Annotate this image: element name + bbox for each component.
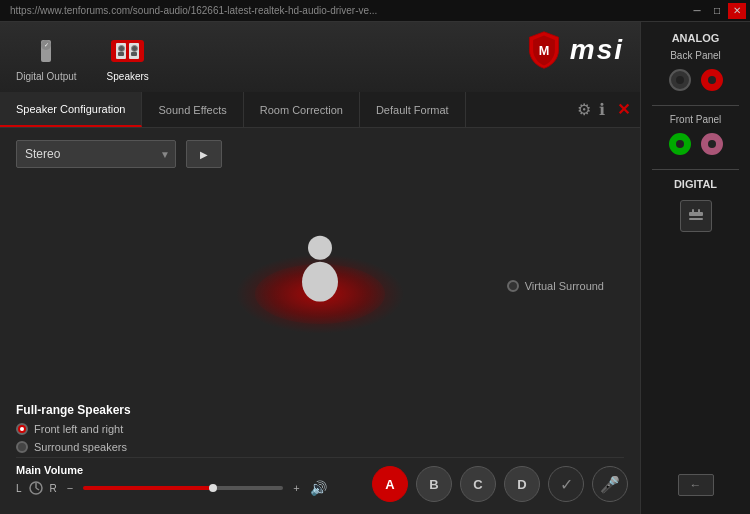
right-panel: ANALOG Back Panel Front Panel DIGITAL: [640, 22, 750, 514]
tab-speaker-configuration[interactable]: Speaker Configuration: [0, 92, 142, 127]
volume-slider-thumb[interactable]: [209, 484, 217, 492]
action-btn-c[interactable]: C: [460, 466, 496, 502]
front-panel-label: Front Panel: [670, 114, 722, 125]
divider-2: [652, 169, 739, 170]
speaker-diagram: Virtual Surround: [16, 176, 624, 395]
check-icon: ✓: [560, 475, 573, 494]
speakers-label: Speakers: [107, 71, 149, 82]
action-btn-a[interactable]: A: [372, 466, 408, 502]
svg-rect-7: [689, 218, 703, 220]
maximize-button[interactable]: □: [708, 3, 726, 19]
front-jack-1-inner: [676, 140, 684, 148]
virtual-surround-label: Virtual Surround: [525, 280, 604, 292]
front-left-right-label: Front left and right: [34, 423, 123, 435]
tab-settings-icons: ⚙ ℹ ✕: [567, 92, 640, 127]
info-icon[interactable]: ℹ: [599, 100, 605, 119]
svg-point-1: [308, 235, 332, 259]
action-btn-b[interactable]: B: [416, 466, 452, 502]
svg-point-2: [302, 261, 338, 301]
left-panel: ✓ Digital Output: [0, 22, 640, 514]
mic-icon: 🎤: [600, 475, 620, 494]
svg-rect-9: [698, 209, 700, 215]
virtual-surround-option[interactable]: Virtual Surround: [507, 280, 604, 292]
speakers-icon-container: [110, 33, 146, 69]
front-jack-2-inner: [708, 140, 716, 148]
digital-title: DIGITAL: [674, 178, 717, 190]
back-jack-1[interactable]: [669, 69, 691, 91]
digital-io-button[interactable]: [680, 200, 712, 232]
back-arrow-button[interactable]: ←: [678, 474, 714, 496]
digital-output-icon-container: ✓: [28, 33, 64, 69]
front-jack-1[interactable]: [669, 133, 691, 155]
check-button[interactable]: ✓: [548, 466, 584, 502]
volume-minus-label: −: [67, 482, 73, 494]
tab-sound-effects[interactable]: Sound Effects: [142, 92, 243, 127]
tab-room-correction[interactable]: Room Correction: [244, 92, 360, 127]
front-jack-2[interactable]: [701, 133, 723, 155]
bottom-controls: Full-range Speakers Front left and right…: [16, 395, 624, 457]
device-section: ✓ Digital Output: [0, 22, 640, 92]
msi-shield-icon: M: [524, 30, 564, 70]
content-area: Stereo Quadraphonic 5.1 Surround 7.1 Sur…: [0, 128, 640, 514]
full-range-title: Full-range Speakers: [16, 403, 131, 417]
back-jack-2[interactable]: [701, 69, 723, 91]
speaker-volume-icon: 🔊: [310, 480, 327, 496]
action-btn-d[interactable]: D: [504, 466, 540, 502]
minimize-button[interactable]: ─: [688, 3, 706, 19]
tab-default-format[interactable]: Default Format: [360, 92, 466, 127]
back-panel-jacks: [669, 69, 723, 91]
speaker-config-dropdown[interactable]: Stereo Quadraphonic 5.1 Surround 7.1 Sur…: [16, 140, 176, 168]
divider-1: [652, 105, 739, 106]
svg-rect-6: [689, 212, 703, 216]
person-svg: [295, 231, 345, 301]
arrow-left-icon: ←: [690, 478, 702, 492]
person-icon: [295, 231, 345, 305]
device-speakers[interactable]: Speakers: [107, 33, 149, 82]
svg-text:M: M: [538, 43, 549, 58]
speakers-section: Full-range Speakers Front left and right…: [16, 403, 131, 453]
play-button[interactable]: ▶: [186, 140, 222, 168]
back-jack-2-inner: [708, 76, 716, 84]
diagram-center: [220, 206, 420, 366]
virtual-surround-radio[interactable]: [507, 280, 519, 292]
msi-text: msi: [570, 34, 624, 66]
msi-logo: M msi: [524, 30, 624, 70]
front-panel-jacks: [669, 133, 723, 155]
l-label: L: [16, 483, 22, 494]
close-icon[interactable]: ✕: [617, 100, 630, 119]
gear-icon[interactable]: ⚙: [577, 100, 591, 119]
analog-title: ANALOG: [672, 32, 720, 44]
digital-section: DIGITAL: [674, 178, 717, 232]
check-badge: ✓: [41, 40, 51, 50]
volume-lr-icon: [28, 480, 44, 496]
back-panel-label: Back Panel: [670, 50, 721, 61]
back-jack-1-inner: [676, 76, 684, 84]
app-container: ✓ Digital Output: [0, 22, 750, 514]
svg-line-5: [36, 488, 39, 490]
surround-speakers-option[interactable]: Surround speakers: [16, 441, 131, 453]
action-buttons: A B C D ✓ 🎤: [372, 466, 628, 502]
tabs-bar: Speaker Configuration Sound Effects Room…: [0, 92, 640, 128]
front-left-right-option[interactable]: Front left and right: [16, 423, 131, 435]
device-digital-output[interactable]: ✓ Digital Output: [16, 33, 77, 82]
volume-plus-label: +: [293, 482, 299, 494]
digital-io-icon: [687, 207, 705, 225]
surround-speakers-label: Surround speakers: [34, 441, 127, 453]
front-left-right-radio[interactable]: [16, 423, 28, 435]
svg-rect-8: [692, 209, 694, 215]
digital-output-label: Digital Output: [16, 71, 77, 82]
volume-slider[interactable]: [83, 486, 283, 490]
title-bar: https://www.tenforums.com/sound-audio/16…: [0, 0, 750, 22]
mic-button[interactable]: 🎤: [592, 466, 628, 502]
close-button[interactable]: ✕: [728, 3, 746, 19]
surround-speakers-radio[interactable]: [16, 441, 28, 453]
r-label: R: [50, 483, 57, 494]
stereo-dropdown-wrapper: Stereo Quadraphonic 5.1 Surround 7.1 Sur…: [16, 140, 176, 168]
top-controls: Stereo Quadraphonic 5.1 Surround 7.1 Sur…: [16, 140, 624, 168]
url-bar: https://www.tenforums.com/sound-audio/16…: [4, 5, 686, 16]
